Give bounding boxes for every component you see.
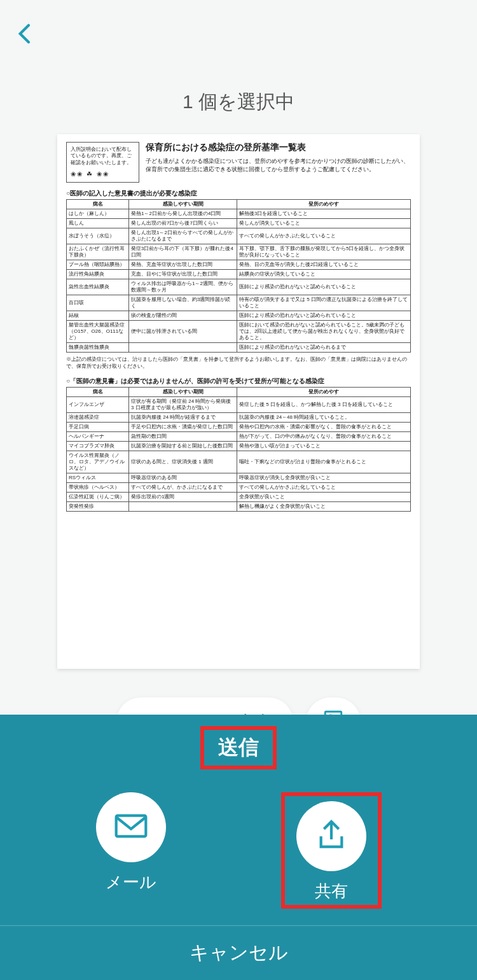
section2-head: ○「医師の意見書」は必要ではありませんが、医師の許可を受けて登所が可能となる感染… <box>66 377 411 386</box>
table-row: 手足口病手足や口腔内に水疱・潰瘍が発症した数日間発熱や口腔内の水疱・潰瘍の影響が… <box>67 422 411 431</box>
table-row: 結核痰の検査が陽性の間医師により感染の恐れがないと認められていること <box>67 311 411 321</box>
note1: ※上記の感染症については、治りましたら医師の「意見書」を持参して登所するようお願… <box>66 356 411 370</box>
table-row: 突発性発疹解熱し機嫌がよく全身状態が良いこと <box>67 501 411 511</box>
doc-title: 保育所における感染症の登所基準一覧表 <box>146 142 411 153</box>
table-row: 帯状疱疹（ヘルペス）すべての発しんが、かさぶたになるまですべての発しんがかさぶた… <box>67 482 411 492</box>
share-button[interactable]: 共有 <box>281 792 382 909</box>
document-preview[interactable]: 入所説明会において配布しているものです。再度、ご確認をお願いいたします。 ❀❀ … <box>57 134 420 669</box>
send-button[interactable]: 送信 <box>200 726 277 769</box>
section1-head: ○医師の記入した意見書の提出が必要な感染症 <box>66 189 411 198</box>
page-title: 1 個を選択中 <box>0 70 477 134</box>
mail-label: メール <box>106 871 156 893</box>
table-row: はしか（麻しん）発熱1～2日前から発しん出現後の4日間解熱後3日を経過しているこ… <box>67 209 411 219</box>
doc-intro: 子ども達がよくかかる感染症については、登所のめやすを参考にかかりつけの医師の診断… <box>146 157 411 173</box>
disease-table-2: 病名 感染しやすい期間 登所のめやす インフルエンザ症状が有る期間（発症前 24… <box>66 387 411 512</box>
table-row: 水ぼうそう（水痘）発しん出現1～2日前からすべての発しんがかさぶたになるまですべ… <box>67 228 411 244</box>
table-row: マイコプラズマ肺炎抗菌薬治療を開始する前と開始した後数日間発熱や激しい咳が治まっ… <box>67 441 411 451</box>
cancel-button[interactable]: キャンセル <box>0 925 477 980</box>
table-row: 髄膜炎菌性髄膜炎医師により感染の恐れがないと認められるまで <box>67 343 411 353</box>
table-row: 溶連菌感染症抗菌薬内服後 24 時間が経過するまで抗菌薬の内服後 24～48 時… <box>67 412 411 422</box>
mail-icon <box>113 808 149 846</box>
table-row: 風しん発しん出現の前7日から後7日間くらい発しんが消失していること <box>67 219 411 228</box>
table-row: RSウィルス呼吸器症状のある間呼吸器症状が消失し全身状態が良いこと <box>67 473 411 482</box>
table-row: 伝染性紅斑（りんご病）発疹出現前の1週間全身状態が良いこと <box>67 492 411 501</box>
table-row: おたふくかぜ（流行性耳下腺炎）発症3日前から耳の下（耳下腺）が腫れた後4日間耳下… <box>67 244 411 260</box>
action-panel: 送信 メール 共有 キャンセル <box>0 715 477 980</box>
mail-button[interactable]: メール <box>96 792 166 909</box>
table-row: 腸管出血性大腸菌感染症（O157、O26、O111など）便中に菌が排泄されている… <box>67 321 411 343</box>
share-label: 共有 <box>315 880 348 902</box>
table-row: 流行性角結膜炎充血、目やに等症状が出現した数日間結膜炎の症状が消失していること <box>67 270 411 279</box>
table-row: 急性出血性結膜炎ウィルス排出は呼吸器から1～2週間、便から数週間～数ヶ月医師によ… <box>67 279 411 295</box>
back-icon[interactable] <box>13 21 38 49</box>
svg-rect-2 <box>116 816 146 837</box>
share-icon <box>314 817 349 855</box>
table-row: インフルエンザ症状が有る期間（発症前 24 時間から発病後 3 日程度までが最も… <box>67 396 411 412</box>
table-row: ウイルス性胃腸炎（ノロ、ロタ、アデノウイルスなど）症状のある間と、症状消失後 1… <box>67 451 411 473</box>
notice-box: 入所説明会において配布しているものです。再度、ご確認をお願いいたします。 ❀❀ … <box>66 142 139 183</box>
table-row: ヘルパンギーナ急性期の数日間熱が下がって、口の中の痛みがなくなり、普段の食事がと… <box>67 431 411 441</box>
table-row: 百日咳抗菌薬を服用しない場合、約3週間排菌が続く特有の咳が消失するまで又は 5 … <box>67 295 411 311</box>
disease-table-1: 病名 感染しやすい期間 登所のめやす はしか（麻しん）発熱1～2日前から発しん出… <box>66 199 411 353</box>
table-row: プール熱（咽頭結膜熱）発熱、充血等症状が出現した数日間発熱、目の充血等が消失した… <box>67 260 411 270</box>
